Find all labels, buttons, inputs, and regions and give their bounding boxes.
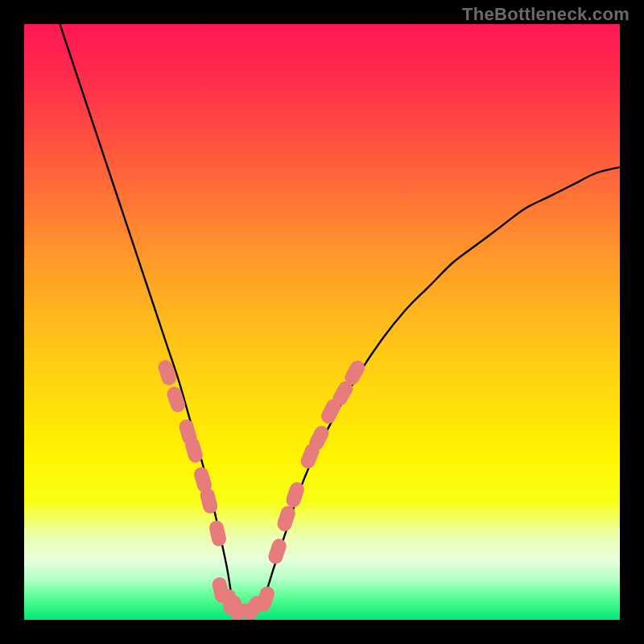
plot-area (24, 24, 620, 620)
marker-capsule (156, 358, 178, 387)
marker-capsule (266, 537, 288, 566)
svg-rect-7 (208, 519, 228, 547)
curve-layer (24, 24, 620, 620)
svg-rect-1 (156, 358, 178, 387)
chart-stage: TheBottleneck.com (0, 0, 644, 644)
brand-watermark: TheBottleneck.com (462, 4, 630, 25)
svg-rect-14 (266, 537, 288, 566)
bottleneck-curve (60, 24, 620, 620)
marker-capsule (208, 519, 228, 547)
marker-group (156, 358, 367, 620)
